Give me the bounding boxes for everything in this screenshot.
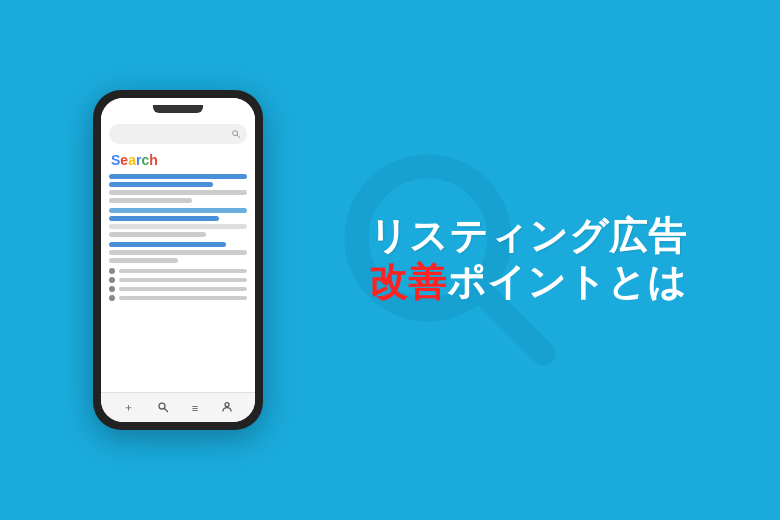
result-line-blue-4 xyxy=(109,216,219,221)
search-letter-h: h xyxy=(149,152,158,168)
result-icon-row-1 xyxy=(109,268,247,274)
icon-line-1 xyxy=(119,269,247,273)
result-line-gray-3 xyxy=(109,224,247,229)
result-icon-row-4 xyxy=(109,295,247,301)
phone-mockup: Search xyxy=(93,90,263,430)
phone-top-bar xyxy=(101,98,255,120)
search-icon-phone xyxy=(231,129,241,139)
result-line-blue-2 xyxy=(109,182,213,187)
phone-bottom-nav: ＋ ≡ xyxy=(101,392,255,422)
phone-search-bar[interactable] xyxy=(109,124,247,144)
dot-icon-1 xyxy=(109,268,115,274)
svg-point-6 xyxy=(225,402,229,406)
svg-line-3 xyxy=(237,135,240,138)
search-label: Search xyxy=(111,152,247,168)
result-block-2 xyxy=(109,208,247,237)
title-line1: リスティング広告 xyxy=(369,214,687,260)
nav-icon-plus[interactable]: ＋ xyxy=(123,400,134,415)
result-line-blue-1 xyxy=(109,174,247,179)
search-letter-a: a xyxy=(128,152,136,168)
result-line-gray-1 xyxy=(109,190,247,195)
svg-line-5 xyxy=(164,408,167,411)
search-letter-s: S xyxy=(111,152,120,168)
nav-icon-user[interactable] xyxy=(221,401,233,415)
phone-body: Search xyxy=(93,90,263,430)
dot-icon-4 xyxy=(109,295,115,301)
result-icon-row-3 xyxy=(109,286,247,292)
title-line2: 改善ポイントとは xyxy=(369,260,687,306)
title-kaizen: 改善 xyxy=(369,261,447,303)
dot-icon-3 xyxy=(109,286,115,292)
text-section: リスティング広告 改善ポイントとは xyxy=(369,214,687,305)
icon-line-2 xyxy=(119,278,247,282)
result-line-gray-2 xyxy=(109,198,192,203)
result-line-blue-5 xyxy=(109,242,226,247)
icon-line-3 xyxy=(119,287,247,291)
icon-line-4 xyxy=(119,296,247,300)
phone-screen: Search xyxy=(101,98,255,422)
result-line-gray-6 xyxy=(109,258,178,263)
result-block-3 xyxy=(109,242,247,263)
result-line-gray-5 xyxy=(109,250,247,255)
nav-icon-search[interactable] xyxy=(157,401,169,415)
result-line-blue-3 xyxy=(109,208,247,213)
result-line-gray-4 xyxy=(109,232,206,237)
dot-icon-2 xyxy=(109,277,115,283)
title-point: ポイントとは xyxy=(447,261,687,303)
phone-content: Search xyxy=(101,148,255,392)
svg-point-2 xyxy=(233,131,238,136)
result-block-1 xyxy=(109,174,247,203)
search-letter-e: e xyxy=(120,152,128,168)
phone-notch xyxy=(153,105,203,113)
result-icon-row-2 xyxy=(109,277,247,283)
nav-icon-menu[interactable]: ≡ xyxy=(192,402,198,414)
main-container: Search xyxy=(0,0,780,520)
